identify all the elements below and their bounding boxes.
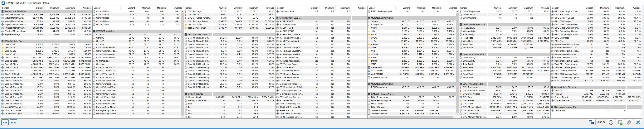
sensor-row[interactable]: IA: PCS (PECI)NoNoNo (276, 30, 367, 33)
sensor-row[interactable]: VCCSA1.112 V1.112 V1.120 V1.116 V (368, 52, 456, 56)
sensor-row[interactable]: Read Activity9.7 %0.0 %100.0 %13.7 % (459, 56, 550, 59)
sensor-row[interactable]: Core #1 Thread #1...1.5 %0.0 %96.2 %52.5… (1, 89, 92, 92)
column-header-sensor[interactable]: Sensor (276, 6, 304, 10)
sensor-row[interactable]: Core #1 Ratio44 x8 x44 x44 x (92, 13, 181, 16)
column-header-current[interactable]: Current (121, 6, 136, 10)
sensor-group-row[interactable]: MSI B150A GAMING P... (368, 82, 456, 86)
sensor-row[interactable]: Core #2 Power Limit...NoNoNo (92, 99, 181, 102)
sensor-row[interactable]: Max CPU/Thread U...15.2 %0.0 %100.0 %63.… (1, 106, 92, 109)
sensor-row[interactable]: Core #3 VID1.303 V0.730 V1.350 V1.259 V (1, 52, 92, 56)
sensor-row[interactable]: GT: Max VR Voltage, I...NoNoNo (276, 82, 367, 86)
sensor-row[interactable]: Vcore1.144 V1.080 V1.328 V1.278 V (368, 26, 456, 30)
sensor-row[interactable]: IA: VR TDCNoNoNo (276, 43, 367, 46)
sensor-row[interactable]: Ring/LLC Clock4,089.0 MHz4,085.0 MHz4,09… (1, 72, 92, 76)
sensor-row[interactable]: Core #2 Thread #0...6.1 %0.0 %92.4 %53.7… (1, 92, 92, 96)
sensor-row[interactable]: Core #0 Thread 0 C0...14.0 %10.5 %94.6 %… (184, 36, 276, 40)
sensor-group-row[interactable]: System: MSI MS-7978 (1, 10, 92, 13)
sensor-row[interactable]: GPU Memory Clock2,003.4 MHz2,003.4 MHz2,… (459, 106, 550, 109)
sensor-row[interactable]: Core #049 °C40 °C78 °C63 °C (92, 33, 181, 36)
sensor-row[interactable]: Core #0 Thread #0...9.1 %0.0 %95.4 %59.7… (1, 79, 92, 82)
column-header-maximum[interactable]: Maximum (428, 6, 443, 10)
scroll-up-arrow-icon[interactable]: ▲ (456, 10, 459, 13)
sensor-row[interactable]: Performance Limit - Utili...YesNoYesYes (551, 56, 642, 59)
sensor-row[interactable]: CPU GT Cores (Graph...51 °C42 °C60 °C54 … (184, 16, 276, 20)
vertical-scroll-thumb[interactable] (181, 13, 184, 116)
sensor-row[interactable]: Current DL rate65.465 KB/s32.672 KB/s4,5… (551, 96, 642, 99)
sensor-row[interactable]: RING: Package-Level ...NoNoNo (368, 10, 456, 13)
sensor-row[interactable]: GPU Core Load1.0 %0.0 %98.0 %73.8 % (459, 112, 550, 115)
sensor-row[interactable]: Total Activity0.8 %0.0 %70.3 %1.1 % (459, 33, 550, 36)
sensor-row[interactable]: CPUFANIN0706 RPM626 RPM1,433 RPM1,097 RP… (368, 66, 456, 69)
sensor-row[interactable]: Performance Limit - The...NoNoNoNo (551, 46, 642, 49)
sensor-row[interactable]: Total DRAM Power0.738 W0.672 W2.497 W1.8… (184, 26, 276, 30)
column-header-current[interactable]: Current (488, 6, 503, 10)
sensor-row[interactable]: Drive FailureNoNoNo (459, 13, 550, 16)
sensor-row[interactable]: Core #1 Thread #0...15.2 %0.0 %100.0 %58… (1, 86, 92, 89)
sensor-row[interactable]: Core #1 C3 Residency31.8 %0.0 %46.5 %7.3… (184, 66, 276, 69)
sensor-row[interactable]: GPU Video Encode 0 Us...0.0 %0.0 %0.0 %0… (551, 26, 642, 30)
sensor-row[interactable]: +5V5.160 V5.120 V5.160 V5.158 V (368, 30, 456, 33)
sensor-row[interactable]: GPU Fan962 RPM0 RPM1,212 RPM916 RPM (459, 96, 550, 99)
column-header-average[interactable]: Average (535, 6, 550, 10)
sensor-row[interactable]: GPU D3D Memory Dynamic53 MB46 MB162 MB91… (551, 76, 642, 79)
sensor-row[interactable]: GPU Computing (Compu...0.0 %0.0 %0.0 %0.… (551, 33, 642, 36)
sensor-row[interactable]: Core #248 °C39 °C76 °C61 °C (92, 40, 181, 43)
sensor-row[interactable]: IA Cores Power16.877 W14.201 W67.301 W48… (184, 23, 276, 26)
sensor-row[interactable]: Core #3 Ratio44 x8 x44 x44 x (92, 20, 181, 23)
sensor-row[interactable]: Core #2 Thermal Th...NoNoNo (92, 72, 181, 76)
sensor-row[interactable]: AUXFANIN0818 RPM774 RPM843 RPM805 RPM (368, 69, 456, 72)
sensor-row[interactable]: CPU Package Power20.346 W17.643 W71.131 … (184, 20, 276, 23)
column-header-current[interactable]: Current (579, 6, 594, 10)
add-report-button[interactable] (616, 119, 624, 125)
sensor-row[interactable]: Core #3 C7 Residency28.0 %0.0 %60.3 %5.7… (184, 86, 276, 89)
sensor-row[interactable]: Core #0 Distance to...51 °C22 °C60 °C37 … (92, 46, 181, 49)
sensor-row[interactable]: Package/Ring Therm...NoNoNo (92, 106, 181, 109)
scroll-right-arrow-icon[interactable]: ► (453, 116, 456, 118)
sensor-row[interactable]: Physical Memory Used5,629 MB5,622 MB8,69… (1, 23, 92, 26)
sensor-row[interactable]: Core #0 VID1.238 V1.174 V1.345 V1.260 V (1, 43, 92, 46)
sensor-row[interactable]: GPU Memory Allocated592 MB563 MB1,827 MB… (551, 69, 642, 72)
sensor-row[interactable]: Performance Limit - Max...NoNoNoNo (551, 52, 642, 56)
sensor-row[interactable]: IA: PROCHOTNoNoNo (276, 20, 367, 23)
sensor-row[interactable]: Core #3 Thread 0 C0...9.1 %4.1 %94.0 %55… (184, 56, 276, 59)
sensor-row[interactable]: GPU Video Clock1,404.5 MHz1,404.5 MHz1,7… (459, 109, 550, 112)
sensor-row[interactable]: Core #3 C3 Residency30.2 %0.0 %52.6 %7.3… (184, 72, 276, 76)
sensor-row[interactable]: GPU Fan38.0 %0.0 %48.0 %36.8 % (551, 40, 642, 43)
sensor-row[interactable]: Core #0 C7 Residency13.0 %0.0 %24.4 %2.5… (184, 76, 276, 79)
sensor-row[interactable]: Memory Clock1,063.8 MHz1,062.8 MHz1,065.… (184, 96, 276, 99)
sensor-row[interactable]: System Agent Clock997.3 MHz996.3 MHz998.… (1, 76, 92, 79)
horizontal-scroll-thumb[interactable] (370, 116, 453, 118)
sensor-row[interactable]: Write Rate0.001 MB/s0.000 MB/s0.563 MB/s… (459, 69, 550, 72)
sensor-row[interactable]: Trp14 T14 T14 T (184, 109, 276, 112)
clock-button[interactable] (607, 119, 615, 125)
sensor-row[interactable]: GT: VR TDCNoNoNo (276, 79, 367, 82)
sensor-row[interactable]: IA: Running Average ...NoNoNo (276, 36, 367, 40)
sensor-row[interactable]: RING: VR Thermal AlertNoNoNo (276, 106, 367, 109)
sensor-row[interactable]: Read Activity0.0 %0.0 %59.3 %0.3 % (459, 26, 550, 30)
sensor-row[interactable]: Performance Limit - SLI ...NoNoNoNo (551, 59, 642, 62)
sensor-row[interactable]: Core #2 Critical Tem...NoNoNo (92, 86, 181, 89)
sensor-row[interactable]: RING: Max VR Voltage...NoNoNo (276, 112, 367, 115)
column-header-minimum[interactable]: Minimum (503, 6, 519, 10)
sensor-row[interactable]: GT: Thermal EventNoNoNo (276, 62, 367, 66)
sensor-row[interactable]: Chassis IntrusionNoNoNo (368, 76, 456, 79)
sensor-row[interactable]: Core #2 Thread #1...7.6 %0.0 %91.6 %49.6… (1, 96, 92, 99)
column-header-maximum[interactable]: Maximum (519, 6, 535, 10)
sensor-row[interactable]: AUXFANIN11,012 RPM994 RPM1,050 RPM1,020 … (368, 72, 456, 76)
sensor-row[interactable]: Core #351 °C38 °C76 °C61 °C (92, 43, 181, 46)
sensor-row[interactable]: Core #1 Thread 0 C0...14.7 %6.7 %95.6 %6… (184, 43, 276, 46)
sensor-row[interactable]: GPU VR Usage0.0 %0.0 %0.0 %0.0 % (551, 36, 642, 40)
sensor-row[interactable]: GT: Residency State ...NoNoNo (276, 69, 367, 72)
horizontal-scrollbar[interactable]: ◄► (368, 116, 456, 118)
sensor-row[interactable]: Core #3 Thermal Th...NoNoNo (92, 76, 181, 79)
sensor-row[interactable]: Trcd14 T14 T14 T (184, 106, 276, 109)
sensor-row[interactable]: Core #3 Power Limit...NoNoNo (92, 102, 181, 106)
column-header-sensor[interactable]: Sensor (551, 6, 579, 10)
sensor-row[interactable]: Current UP rate2,433.034 ...986.049 KB/s… (551, 99, 642, 102)
sensor-row[interactable]: Bus Clock99.7 MHz99.6 MHz99.9 MHz99.8 MH… (1, 69, 92, 72)
sensor-row[interactable]: VIN71.528 V1.512 V1.536 V1.520 V (368, 62, 456, 66)
sensor-row[interactable]: On-Demand Clock ...100.0 %100.0 %100.0 %… (1, 112, 92, 115)
minimize-button[interactable]: — (635, 0, 641, 5)
sensor-row[interactable]: Core #3 Critical Tem...NoNoNo (92, 89, 181, 92)
column-header-maximum[interactable]: Maximum (61, 6, 76, 10)
